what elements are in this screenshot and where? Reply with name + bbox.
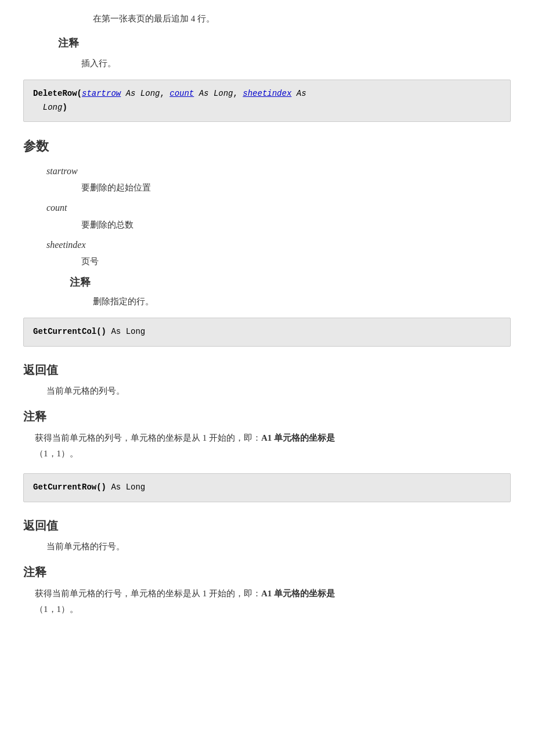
note3-extra: （1，1）。 — [35, 449, 78, 458]
param-startrow-desc: 要删除的起始位置 — [81, 181, 511, 195]
note4-desc: 获得当前单元格的行号，单元格的坐标是从 1 开始的，即：A1 单元格的坐标是 （… — [35, 586, 511, 617]
deleterow-code-block: DeleteRow(startrow As Long, count As Lon… — [23, 80, 511, 123]
note4-bold: A1 单元格的坐标是 — [261, 589, 335, 598]
getcurrentcol-keyword: GetCurrentCol() — [33, 327, 106, 336]
note4-heading: 注释 — [23, 563, 511, 581]
param-sheetindex-desc: 页号 — [81, 254, 511, 268]
getcurrentcol-rest: As Long — [106, 327, 145, 336]
params-heading: 参数 — [23, 136, 511, 156]
return1-text: 当前单元格的列号。 — [46, 384, 511, 398]
deleterow-param-sheetindex-link[interactable]: sheetindex — [243, 89, 291, 98]
note2-heading: 注释 — [70, 274, 511, 291]
param-count-name: count — [46, 200, 511, 215]
getcurrentrow-rest: As Long — [106, 483, 145, 492]
intro-text: 在第一张表页的最后追加 4 行。 — [93, 12, 511, 26]
note1-text: 插入行。 — [81, 56, 511, 70]
note4-extra: （1，1）。 — [35, 604, 78, 614]
return2-text: 当前单元格的行号。 — [46, 539, 511, 553]
deleterow-param-count-link[interactable]: count — [169, 89, 194, 98]
note3-desc: 获得当前单元格的列号，单元格的坐标是从 1 开始的，即：A1 单元格的坐标是 （… — [35, 430, 511, 462]
deleterow-param-startrow-link[interactable]: startrow — [82, 89, 121, 98]
note1-heading: 注释 — [58, 35, 511, 52]
deleterow-close-paren: ) — [62, 103, 67, 112]
getcurrentrow-code-block: GetCurrentRow() As Long — [23, 473, 511, 502]
note2-text: 删除指定的行。 — [93, 294, 511, 308]
return2-heading: 返回值 — [23, 516, 511, 535]
note3-heading: 注释 — [23, 407, 511, 426]
deleterow-keyword: DeleteRow( — [33, 89, 82, 98]
note3-bold: A1 单元格的坐标是 — [261, 433, 335, 442]
param-startrow-name: startrow — [46, 164, 511, 179]
note3-text: 获得当前单元格的列号，单元格的坐标是从 1 开始的，即： — [35, 433, 261, 442]
return1-heading: 返回值 — [23, 361, 511, 379]
getcurrentcol-code-block: GetCurrentCol() As Long — [23, 318, 511, 347]
deleterow-param1-type: As Long — [121, 89, 160, 98]
param-sheetindex-name: sheetindex — [46, 237, 511, 253]
getcurrentrow-keyword: GetCurrentRow() — [33, 483, 106, 492]
note4-text: 获得当前单元格的行号，单元格的坐标是从 1 开始的，即： — [35, 589, 261, 598]
deleterow-param2-type: As Long — [194, 89, 233, 98]
param-count-desc: 要删除的总数 — [81, 218, 511, 232]
